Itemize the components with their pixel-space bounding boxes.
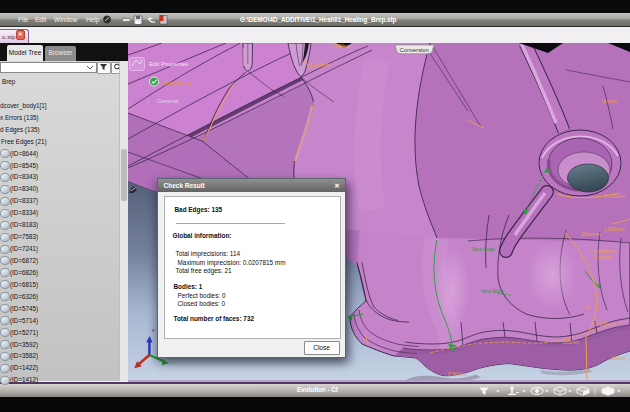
svg-text:0.003mm: 0.003mm [309, 62, 330, 68]
svg-text:J.006mm: J.006mm [604, 226, 625, 232]
svg-text:Conversion: Conversion [400, 47, 429, 53]
svg-text:.005mm: .005mm [561, 339, 579, 345]
svg-text:New Edge: New Edge [481, 288, 504, 294]
svg-text:New Edge: New Edge [472, 246, 495, 252]
svg-text:0.005mm: 0.005mm [595, 321, 616, 327]
svg-text:(0.0mm: (0.0mm [602, 99, 618, 104]
svg-text:0h: 0h [585, 304, 591, 310]
svg-text:z: z [152, 327, 155, 333]
svg-text:.06mm: .06mm [610, 355, 625, 361]
svg-text:Edit Properties: Edit Properties [149, 61, 188, 67]
svg-text:.06mm/m: .06mm/m [580, 231, 601, 237]
svg-text:0.00mm: 0.00mm [594, 254, 612, 260]
svg-text:General: General [157, 98, 178, 104]
svg-text:0.005mm: 0.005mm [604, 193, 625, 199]
svg-text:0.00mm: 0.00mm [448, 371, 466, 377]
svg-text:Analyze (1): Analyze (1) [162, 80, 192, 86]
svg-text:›: › [147, 98, 149, 104]
svg-text:0.00mm: 0.00mm [334, 43, 352, 49]
